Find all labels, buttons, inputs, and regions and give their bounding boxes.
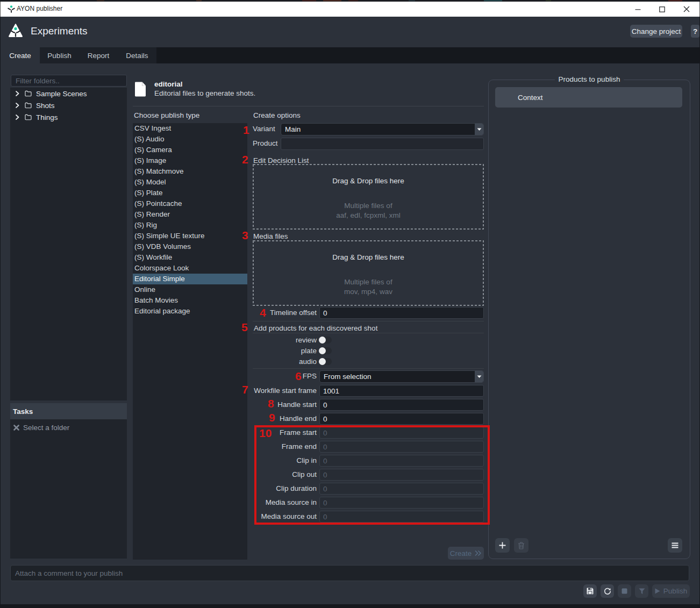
product-list-menu-button[interactable] xyxy=(668,538,682,553)
publish-type-item[interactable]: Batch Movies xyxy=(133,295,247,306)
publish-type-item[interactable]: (S) Workfile xyxy=(133,252,247,263)
add-product-button[interactable] xyxy=(495,538,510,553)
publish-type-item[interactable]: (S) Matchmove xyxy=(133,166,247,177)
minimize-icon xyxy=(635,6,641,12)
publish-type-item[interactable]: Online xyxy=(133,284,247,295)
annotation-number-4: 4 xyxy=(260,306,266,319)
toggle-knob xyxy=(319,337,326,344)
context-card-label: Context xyxy=(518,94,543,102)
app-window: AYON publisher Experiments Change projec… xyxy=(0,0,700,608)
dropzone-border xyxy=(253,164,484,230)
stop-button[interactable] xyxy=(618,584,631,598)
tabbar: Create Publish Report Details xyxy=(1,47,699,63)
folder-icon xyxy=(25,90,32,97)
plate-toggle[interactable] xyxy=(319,347,332,354)
maximize-button[interactable] xyxy=(650,2,674,17)
divider xyxy=(133,106,484,106)
refresh-icon xyxy=(604,588,611,595)
tree-item-shots[interactable]: Shots xyxy=(10,99,127,111)
window-bottom-edge xyxy=(0,604,700,608)
chevron-right-icon[interactable] xyxy=(15,103,20,108)
publish-type-item[interactable]: (S) Model xyxy=(133,177,247,188)
audio-toggle[interactable] xyxy=(319,358,332,365)
workfile-start-frame-input[interactable] xyxy=(319,385,484,397)
annotation-number-9: 9 xyxy=(269,411,275,424)
publish-type-item[interactable]: (S) VDB Volumes xyxy=(133,241,247,252)
create-button[interactable]: Create xyxy=(448,547,484,560)
chevron-down-icon[interactable] xyxy=(475,124,483,135)
products-panel xyxy=(488,80,690,559)
dropzone-border xyxy=(253,240,484,306)
creator-type-description: Editorial files to generate shots. xyxy=(154,89,255,97)
refresh-button[interactable] xyxy=(601,584,614,598)
toggle-knob xyxy=(319,347,326,354)
ayon-logo xyxy=(9,24,23,37)
timeline-offset-label: Timeline offset xyxy=(247,307,317,319)
publish-type-item[interactable]: (S) Pointcache xyxy=(133,198,247,209)
folder-filter-input[interactable] xyxy=(11,75,127,87)
handle-end-input[interactable] xyxy=(319,413,484,425)
publish-type-item[interactable]: CSV Ingest xyxy=(133,123,247,134)
fps-value: From selection xyxy=(320,373,475,381)
publish-type-item[interactable]: (S) Image xyxy=(133,155,247,166)
publish-type-item[interactable]: (S) Audio xyxy=(133,134,247,145)
tab-publish[interactable]: Publish xyxy=(40,47,79,63)
review-toggle-label: review xyxy=(247,334,317,346)
publish-type-item[interactable]: Editorial package xyxy=(133,306,247,317)
annotation-number-1: 1 xyxy=(243,124,249,137)
tab-report[interactable]: Report xyxy=(79,47,118,63)
annotation-box-10 xyxy=(254,425,490,525)
hamburger-icon xyxy=(672,542,678,548)
publish-type-list: CSV Ingest (S) Audio (S) Camera (S) Imag… xyxy=(133,123,247,560)
play-icon xyxy=(655,588,660,594)
tab-details[interactable]: Details xyxy=(118,47,156,63)
publish-type-item-selected[interactable]: Editorial Simple xyxy=(133,274,247,284)
minimize-button[interactable] xyxy=(626,2,650,17)
tree-item-label: Sample Scenes xyxy=(36,90,87,98)
review-toggle[interactable] xyxy=(319,337,332,344)
publish-type-item[interactable]: (S) Render xyxy=(133,209,247,220)
annotation-number-10: 10 xyxy=(259,427,272,440)
media-dropzone[interactable]: Drag & Drop files here Multiple files of… xyxy=(253,240,484,306)
publish-type-item[interactable]: (S) Plate xyxy=(133,188,247,198)
handle-start-input[interactable] xyxy=(319,399,484,411)
publish-button[interactable]: Publish xyxy=(652,584,690,598)
publish-type-item[interactable]: (S) Camera xyxy=(133,145,247,155)
double-chevron-right-icon xyxy=(475,550,482,556)
chevron-right-icon[interactable] xyxy=(15,115,20,120)
tree-item-label: Things xyxy=(36,113,58,121)
edl-dropzone[interactable]: Drag & Drop files here Multiple files of… xyxy=(253,164,484,230)
fps-dropdown[interactable]: From selection xyxy=(319,370,484,383)
variant-value: Main xyxy=(281,125,475,133)
close-button[interactable] xyxy=(674,2,698,17)
comment-input[interactable] xyxy=(10,565,689,581)
context-card[interactable]: Context xyxy=(495,87,682,108)
change-project-button[interactable]: Change project xyxy=(630,25,682,38)
x-icon xyxy=(13,425,19,431)
delete-product-button[interactable] xyxy=(514,538,528,553)
tab-create[interactable]: Create xyxy=(1,47,40,63)
help-button[interactable]: ? xyxy=(691,25,699,38)
titlebar[interactable]: AYON publisher xyxy=(0,2,700,17)
stop-icon xyxy=(622,588,627,594)
save-button[interactable] xyxy=(583,584,597,598)
save-icon xyxy=(587,588,594,595)
tree-item-sample-scenes[interactable]: Sample Scenes xyxy=(10,88,127,99)
publish-type-item[interactable]: Colorspace Look xyxy=(133,263,247,274)
filter-button[interactable] xyxy=(635,584,648,598)
plus-icon xyxy=(499,542,506,549)
divider xyxy=(253,321,484,321)
publish-type-item[interactable]: (S) Rig xyxy=(133,220,247,231)
chevron-down-icon[interactable] xyxy=(475,371,483,382)
annotation-number-8: 8 xyxy=(268,397,274,410)
fps-label: FPS xyxy=(247,370,317,382)
tree-item-things[interactable]: Things xyxy=(10,111,127,123)
publish-type-item[interactable]: (S) Simple UE texture xyxy=(133,231,247,241)
annotation-number-3: 3 xyxy=(242,229,248,242)
folder-icon xyxy=(25,102,32,109)
timeline-offset-input[interactable] xyxy=(319,307,484,319)
chevron-right-icon[interactable] xyxy=(15,91,20,96)
folder-icon xyxy=(25,114,32,120)
product-input[interactable] xyxy=(281,138,484,150)
variant-dropdown[interactable]: Main xyxy=(281,123,484,135)
